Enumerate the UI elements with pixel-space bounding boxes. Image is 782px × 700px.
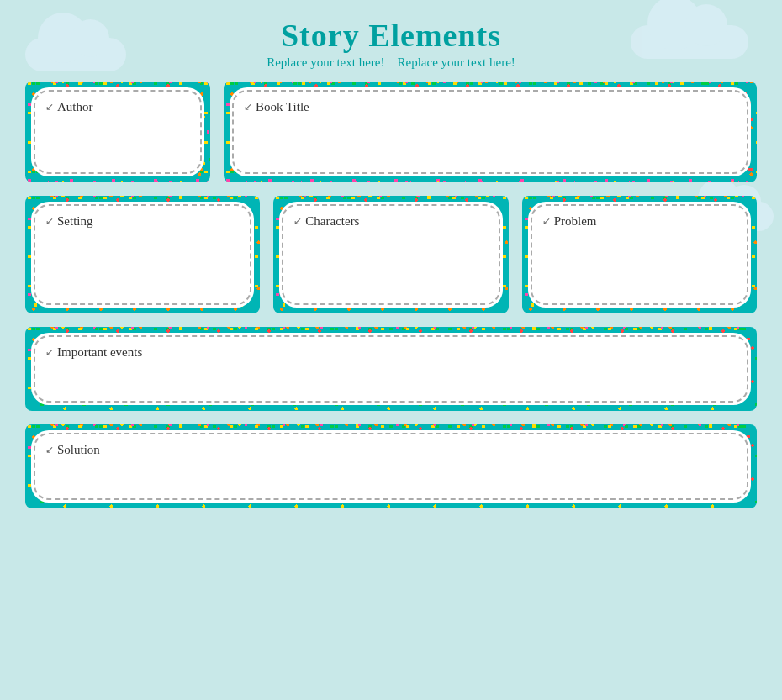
row-2: Setting Characters Problem <box>25 196 757 313</box>
author-label: Author <box>45 100 190 114</box>
author-card: Author <box>25 82 210 182</box>
important-events-card-inner: Important events <box>34 335 748 403</box>
subtitle-part2: Replace your text here! <box>398 55 515 69</box>
subtitle-part1: Replace your text here! <box>267 55 384 69</box>
problem-card: Problem <box>522 196 757 313</box>
setting-card-inner: Setting <box>34 204 251 305</box>
row-1: Author Book Title <box>25 82 757 182</box>
book-title-card: Book Title <box>224 82 757 182</box>
important-events-card: Important events <box>25 327 757 411</box>
page-title: Story Elements <box>25 17 757 54</box>
important-events-label: Important events <box>45 345 737 360</box>
characters-label: Characters <box>293 214 488 229</box>
page-subtitle: Replace your text here! Replace your tex… <box>25 55 757 70</box>
page-header: Story Elements Replace your text here! R… <box>25 17 757 70</box>
book-title-label: Book Title <box>244 100 737 114</box>
characters-card-inner: Characters <box>282 204 499 305</box>
author-card-inner: Author <box>34 90 202 174</box>
problem-card-inner: Problem <box>531 204 748 305</box>
problem-label: Problem <box>542 214 737 229</box>
solution-card: Solution <box>25 424 757 508</box>
setting-card: Setting <box>25 196 260 313</box>
characters-card: Characters <box>273 196 508 313</box>
setting-label: Setting <box>45 214 240 229</box>
solution-card-inner: Solution <box>34 433 748 500</box>
cards-grid: Author Book Title Setting <box>25 82 757 508</box>
row-4: Solution <box>25 424 757 508</box>
solution-label: Solution <box>45 443 737 457</box>
book-title-card-inner: Book Title <box>232 90 748 174</box>
row-3: Important events <box>25 327 757 411</box>
